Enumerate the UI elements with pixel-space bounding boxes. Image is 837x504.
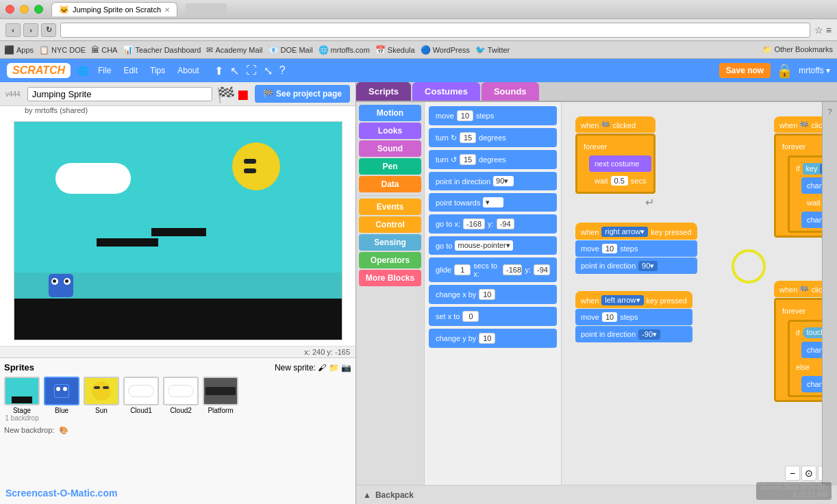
block-turnccw-input[interactable]: 15 xyxy=(460,154,476,165)
block-changey-input[interactable]: 10 xyxy=(479,333,495,344)
bookmark-other[interactable]: 📁 Other Bookmarks xyxy=(762,45,833,54)
project-name-input[interactable] xyxy=(27,87,212,101)
bookmark-doemail[interactable]: 📧DOE Mail xyxy=(268,45,313,55)
block-point-towards[interactable]: point towards ▾ xyxy=(429,193,557,212)
folder-icon[interactable]: 📁 xyxy=(329,363,339,373)
block-goto-mousepointer[interactable]: go to mouse-pointer▾ xyxy=(429,236,557,255)
block-set-x[interactable]: set x to 0 xyxy=(429,307,557,326)
scratch-logo[interactable]: SCRATCH xyxy=(7,63,71,78)
block-when-leftarrow[interactable]: when left arrow▾ key pressed xyxy=(575,291,692,308)
block-move-input[interactable]: 10 xyxy=(457,110,473,121)
menu-edit[interactable]: Edit xyxy=(121,64,140,77)
green-flag-button[interactable]: 🏁 xyxy=(216,86,232,101)
category-sensing[interactable]: Sensing xyxy=(359,234,421,251)
block-turn-ccw[interactable]: turn ↺ 15 degrees xyxy=(429,150,557,169)
bookmark-skedula[interactable]: 📅Skedula xyxy=(375,45,415,55)
block-move-right[interactable]: move 10 steps xyxy=(575,240,697,257)
tab-sounds[interactable]: Sounds xyxy=(482,82,539,101)
category-operators[interactable]: Operators xyxy=(359,252,421,268)
block-change-y[interactable]: change y by 10 xyxy=(429,329,557,348)
block-turncw-input[interactable]: 15 xyxy=(460,132,476,143)
platform-sprite-item[interactable]: Platform xyxy=(203,377,238,422)
bookmark-academy[interactable]: ✉Academy Mail xyxy=(206,45,262,55)
category-events[interactable]: Events xyxy=(359,199,421,215)
block-goto-y-input[interactable]: -94 xyxy=(497,218,514,229)
back-button[interactable]: ‹ xyxy=(5,23,21,37)
save-now-button[interactable]: Save now xyxy=(719,63,771,78)
block-glide-secs-input[interactable]: 1 xyxy=(454,264,471,275)
browser-tab[interactable]: 🐱 Jumping Sprite on Scratch ✕ xyxy=(51,2,177,16)
category-pen[interactable]: Pen xyxy=(359,158,421,175)
category-sound[interactable]: Sound xyxy=(359,140,421,157)
block-goto-target-dropdown[interactable]: mouse-pointer▾ xyxy=(455,240,512,251)
block-setx-input[interactable]: 0 xyxy=(462,311,479,322)
sun-sprite-item[interactable]: Sun xyxy=(84,377,119,422)
block-glide-y-input[interactable]: -94 xyxy=(534,264,550,275)
category-more-blocks[interactable]: More Blocks xyxy=(359,270,421,286)
block-changex-input[interactable]: 10 xyxy=(479,289,495,300)
fullscreen-icon[interactable]: ⛶ xyxy=(246,64,257,77)
bookmark-twitter[interactable]: 🐦Twitter xyxy=(475,45,510,55)
block-move[interactable]: move 10 steps xyxy=(429,106,557,125)
bookmark-apps[interactable]: ⬛Apps xyxy=(4,45,34,55)
zoom-reset-button[interactable]: ⊙ xyxy=(801,466,816,481)
category-motion[interactable]: Motion xyxy=(359,105,421,121)
menu-tips[interactable]: Tips xyxy=(147,64,168,77)
minimize-button[interactable] xyxy=(20,5,29,14)
resize-icon[interactable]: ⤡ xyxy=(264,64,273,77)
block-change-x[interactable]: change x by 10 xyxy=(429,285,557,304)
block-point-left[interactable]: point in direction -90▾ xyxy=(575,326,692,342)
menu-icon[interactable]: ≡ xyxy=(826,25,832,36)
category-data[interactable]: Data xyxy=(359,176,421,192)
bookmark-icon[interactable]: ☆ xyxy=(814,25,823,36)
category-control[interactable]: Control xyxy=(359,216,421,233)
url-input[interactable]: https://scratch.mit.edu/projects/4395037… xyxy=(60,23,810,38)
menu-file[interactable]: File xyxy=(95,64,114,77)
bookmark-teacher[interactable]: 📊Teacher Dashboard xyxy=(123,45,201,55)
reload-button[interactable]: ↻ xyxy=(41,23,56,37)
block-when-rightarrow[interactable]: when right arrow▾ key pressed xyxy=(575,223,697,240)
cloud1-sprite-item[interactable]: Cloud1 xyxy=(123,377,159,422)
menu-about[interactable]: About xyxy=(175,64,201,77)
block-point-right[interactable]: point in direction 90▾ xyxy=(575,257,697,274)
see-project-button[interactable]: 🏁 See project page xyxy=(255,85,350,103)
maximize-button[interactable] xyxy=(34,5,43,14)
block-next-costume[interactable]: next costume xyxy=(589,155,651,172)
blue-sprite-item[interactable]: Blue xyxy=(44,377,79,422)
camera-icon[interactable]: 📷 xyxy=(341,363,351,373)
cloud2-sprite-item[interactable]: Cloud2 xyxy=(163,377,199,422)
help-icon[interactable]: ? xyxy=(279,64,286,77)
block-direction-dropdown[interactable]: 90▾ xyxy=(493,176,514,186)
new-backdrop-paint-icon[interactable]: 🎨 xyxy=(59,426,68,434)
globe-icon[interactable]: 🌐 xyxy=(77,66,88,76)
block-glide-x-input[interactable]: -168 xyxy=(503,264,522,275)
stop-button[interactable]: ⏹ xyxy=(236,86,251,101)
tab-costumes[interactable]: Costumes xyxy=(412,82,480,101)
bookmark-mrtoffs[interactable]: 🌐mrtoffs.com xyxy=(318,45,370,55)
block-move-left[interactable]: move 10 steps xyxy=(575,309,692,325)
block-point-direction[interactable]: point in direction 90▾ xyxy=(429,172,557,190)
zoom-out-button[interactable]: − xyxy=(785,466,800,481)
scripting-canvas[interactable]: when 🏁 clicked forever next costume wait… xyxy=(562,102,837,485)
cursor-icon[interactable]: ↖ xyxy=(230,64,239,77)
close-button[interactable] xyxy=(5,5,14,14)
bookmark-wordpress[interactable]: 🔵WordPress xyxy=(421,45,470,55)
paint-icon[interactable]: 🖌 xyxy=(318,363,326,373)
tab-close-icon[interactable]: ✕ xyxy=(164,6,170,14)
upload-icon[interactable]: ⬆ xyxy=(214,64,223,77)
stage-sprite-item[interactable]: Stage 1 backdrop xyxy=(4,377,40,422)
block-forever-1[interactable]: forever next costume wait 0.5 secs xyxy=(575,134,655,194)
block-turn-cw[interactable]: turn ↻ 15 degrees xyxy=(429,128,557,147)
block-goto-xy[interactable]: go to x: -168 y: -94 xyxy=(429,214,557,234)
block-goto-x-input[interactable]: -168 xyxy=(463,218,485,229)
help-icon-panel[interactable]: ? xyxy=(827,108,832,116)
forward-button[interactable]: › xyxy=(23,23,38,37)
bookmark-cha[interactable]: 🏛CHA xyxy=(91,45,117,55)
block-wait-1[interactable]: wait 0.5 secs xyxy=(589,173,651,189)
user-menu[interactable]: mrtoffs ▾ xyxy=(799,66,830,75)
block-when-clicked-1[interactable]: when 🏁 clicked xyxy=(575,116,655,133)
block-glide[interactable]: glide 1 secs to x: -168 y: -94 xyxy=(429,257,557,282)
tab-scripts[interactable]: Scripts xyxy=(356,82,411,101)
block-towards-dropdown[interactable]: ▾ xyxy=(483,197,503,207)
category-looks[interactable]: Looks xyxy=(359,123,421,139)
